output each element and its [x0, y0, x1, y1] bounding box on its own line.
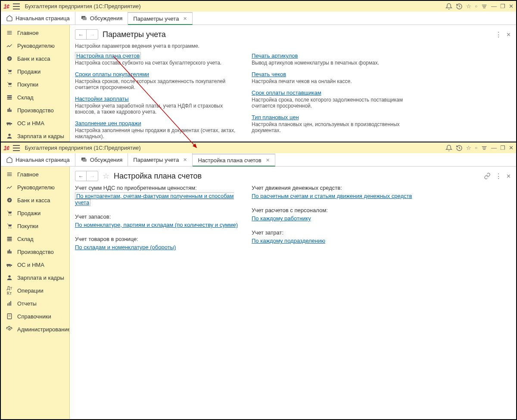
close-icon[interactable]: ✕	[509, 3, 514, 9]
svg-rect-49	[11, 265, 12, 266]
sidebar-item[interactable]: Покупки	[1, 219, 69, 232]
tab-plan[interactable]: Настройка плана счетов ✕	[193, 154, 275, 167]
tab-label: Обсуждения	[90, 15, 123, 22]
lines-icon[interactable]	[481, 145, 488, 151]
tab-discuss[interactable]: Обсуждения	[75, 153, 128, 166]
sidebar-item[interactable]: Отчеты	[1, 297, 69, 310]
more-icon[interactable]: ⋮	[495, 172, 502, 180]
sidebar-item[interactable]: ₽Банк и касса	[1, 194, 69, 207]
sidebar-item[interactable]: Покупки	[1, 78, 69, 91]
lines-icon[interactable]	[481, 3, 488, 10]
sidebar-item[interactable]: Главное	[1, 167, 69, 181]
dot-icon[interactable]: ○	[475, 4, 477, 9]
tab-home[interactable]: Начальная страница	[1, 153, 75, 166]
setting-link[interactable]: Печать чеков	[252, 71, 286, 77]
svg-point-36	[9, 215, 9, 216]
sidebar-label: Главное	[17, 30, 39, 36]
tab-params[interactable]: Параметры учета ✕	[128, 12, 193, 25]
sidebar-item[interactable]: Зарплата и кадры	[1, 271, 69, 284]
back-button[interactable]: ←	[75, 171, 87, 181]
sidebar-item[interactable]: Продажи	[1, 207, 69, 219]
forward-button[interactable]: →	[87, 171, 98, 181]
setting-label: Учет расчетов с персоналом:	[252, 207, 415, 213]
menu-icon[interactable]	[13, 3, 20, 9]
star-icon[interactable]: ☆	[103, 171, 109, 181]
setting-link[interactable]: Печать артикулов	[252, 52, 298, 59]
sidebar-item[interactable]: Склад	[1, 232, 69, 245]
setting-link[interactable]: Тип плановых цен	[252, 114, 299, 120]
setting-block: Печать чековНастройка печати чеков на он…	[252, 71, 415, 84]
restore-icon[interactable]: ❐	[500, 3, 505, 9]
sidebar-item[interactable]: Производство	[1, 104, 69, 117]
svg-rect-41	[7, 238, 12, 240]
tab-discuss[interactable]: Обсуждения	[75, 12, 128, 25]
app-title: Бухгалтерия предприятия (1С:Предприятие)	[25, 3, 141, 9]
sidebar-item[interactable]: ОС и НМА	[1, 117, 69, 130]
link-icon[interactable]	[484, 173, 491, 179]
svg-point-10	[9, 73, 9, 74]
minimize-icon[interactable]: —	[491, 145, 497, 151]
setting-link[interactable]: Сроки оплаты покупателями	[75, 71, 149, 77]
setting-link[interactable]: По контрагентам, счетам-фактурам получен…	[75, 192, 234, 206]
sidebar-item[interactable]: Руководителю	[1, 39, 69, 52]
sidebar-label: Покупки	[17, 81, 38, 88]
setting-link[interactable]: По расчетным счетам и статьям движения д…	[252, 193, 412, 199]
sidebar-item[interactable]: Производство	[1, 245, 69, 258]
setting-link[interactable]: По каждому подразделению	[252, 238, 325, 244]
nav-buttons: ← →	[75, 29, 98, 40]
sidebar-label: Отчеты	[17, 300, 37, 307]
sidebar-item[interactable]: Продажи	[1, 65, 69, 78]
sidebar-item[interactable]: ДтКтОперации	[1, 284, 69, 297]
close-icon[interactable]: ✕	[509, 145, 514, 151]
history-icon[interactable]	[456, 3, 463, 10]
setting-block: Настройка плана счетовНастройка состава …	[75, 52, 239, 66]
sidebar-item[interactable]: Главное	[1, 25, 69, 39]
svg-point-22	[9, 124, 11, 126]
svg-point-48	[9, 266, 11, 267]
svg-point-13	[10, 86, 11, 87]
svg-rect-52	[9, 302, 10, 306]
close-icon[interactable]: ✕	[506, 31, 511, 38]
tab-home[interactable]: Начальная страница	[1, 12, 75, 25]
bell-icon[interactable]	[445, 145, 452, 151]
star-icon[interactable]: ☆	[466, 3, 471, 9]
close-icon[interactable]: ✕	[183, 16, 187, 22]
tab-params[interactable]: Параметры учета ✕	[128, 153, 193, 166]
bell-icon[interactable]	[445, 3, 452, 10]
forward-button[interactable]: →	[87, 30, 98, 39]
sidebar-item[interactable]: Зарплата и кадры	[1, 130, 69, 142]
setting-link[interactable]: Заполнение цен продажи	[75, 120, 141, 127]
setting-link[interactable]: Настройки зарплаты	[75, 96, 129, 102]
more-icon[interactable]: ⋮	[495, 31, 502, 39]
page-title: Настройка плана счетов	[114, 172, 202, 181]
sidebar-item[interactable]: Склад	[1, 91, 69, 104]
minimize-icon[interactable]: —	[491, 3, 497, 9]
setting-link[interactable]: По номенклатуре, партиям и складам (по к…	[75, 222, 238, 228]
close-icon[interactable]: ✕	[506, 173, 511, 179]
sidebar-item[interactable]: Справочники	[1, 310, 69, 323]
history-icon[interactable]	[456, 145, 463, 151]
setting-block: Заполнение цен продажиНастройка заполнен…	[75, 120, 239, 139]
sidebar-icon	[6, 81, 13, 88]
star-icon[interactable]: ☆	[466, 145, 471, 151]
setting-link[interactable]: Срок оплаты поставщикам	[252, 90, 321, 96]
setting-link[interactable]: По каждому работнику	[252, 215, 311, 222]
close-icon[interactable]: ✕	[266, 158, 270, 163]
sidebar-icon	[6, 133, 13, 139]
dot-icon[interactable]: ○	[475, 145, 477, 150]
close-icon[interactable]: ✕	[183, 157, 187, 163]
sidebar-label: ОС и НМА	[17, 120, 44, 127]
svg-rect-46	[6, 264, 10, 266]
back-button[interactable]: ←	[75, 30, 87, 39]
menu-icon[interactable]	[13, 145, 20, 151]
restore-icon[interactable]: ❐	[500, 145, 505, 151]
sidebar-item[interactable]: Администрирование	[1, 323, 69, 336]
sidebar-icon	[6, 235, 13, 242]
setting-link[interactable]: По складам и номенклатуре (обороты)	[75, 244, 176, 250]
svg-rect-42	[7, 240, 12, 241]
sidebar-item[interactable]: ОС и НМА	[1, 258, 69, 271]
sidebar-item[interactable]: Руководителю	[1, 181, 69, 194]
sidebar-item[interactable]: ₽Банк и касса	[1, 52, 69, 65]
setting-link[interactable]: Настройка плана счетов	[75, 52, 141, 59]
setting-label: Учет движения денежных средств:	[252, 185, 415, 191]
